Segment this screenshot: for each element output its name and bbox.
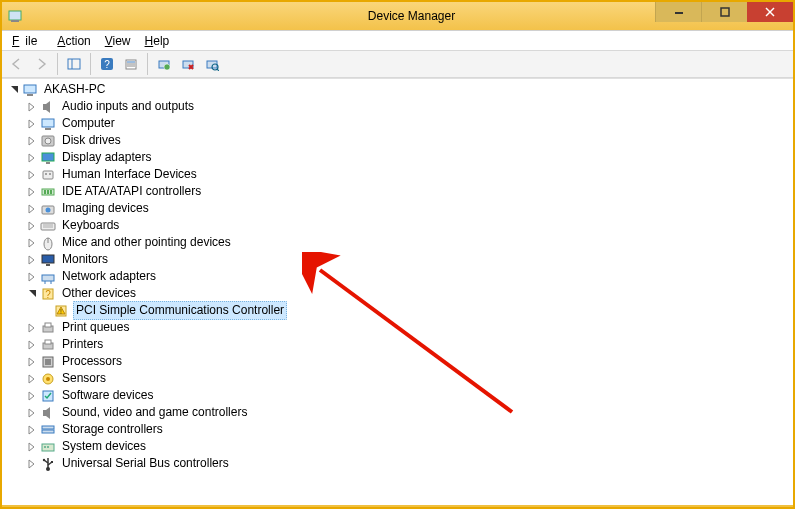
scan-hardware-button[interactable] [201,53,223,75]
tree-category[interactable]: Human Interface Devices [5,166,793,183]
expand-arrow-icon[interactable] [25,185,39,199]
speaker-icon [40,99,56,115]
computer-icon [22,82,38,98]
tree-category-label: Audio inputs and outputs [60,98,196,115]
tree-category-label: Software devices [60,387,155,404]
uninstall-button[interactable] [177,53,199,75]
tree-category[interactable]: Monitors [5,251,793,268]
tree-category-label: System devices [60,438,148,455]
close-button[interactable] [747,2,793,22]
tree-category[interactable]: Printers [5,336,793,353]
tree-category-label: Human Interface Devices [60,166,199,183]
back-button[interactable] [6,53,28,75]
expand-arrow-icon[interactable] [25,219,39,233]
minimize-button[interactable] [655,2,701,22]
svg-rect-6 [68,59,80,69]
warning-icon: ! [53,303,69,319]
svg-rect-0 [9,11,21,20]
svg-rect-45 [42,255,54,263]
svg-point-67 [44,446,46,448]
tree-category[interactable]: Sound, video and game controllers [5,404,793,421]
expand-arrow-icon[interactable] [25,406,39,420]
expand-arrow-icon[interactable] [25,270,39,284]
keyboard-icon [40,218,56,234]
maximize-button[interactable] [701,2,747,22]
tree-category[interactable]: Universal Serial Bus controllers [5,455,793,472]
tree-category[interactable]: Processors [5,353,793,370]
other-icon: ? [40,286,56,302]
svg-point-73 [43,458,45,460]
expand-arrow-icon[interactable] [25,321,39,335]
expand-arrow-icon[interactable] [25,389,39,403]
menu-help[interactable]: Help [139,32,176,50]
svg-rect-25 [42,119,54,127]
app-icon [8,8,24,24]
tree-category[interactable]: Software devices [5,387,793,404]
sensor-icon [40,371,56,387]
help-button[interactable]: ? [96,53,118,75]
toolbar-separator [147,53,148,75]
tree-device[interactable]: !PCI Simple Communications Controller [5,302,793,319]
window-controls [655,2,793,22]
ide-icon [40,184,56,200]
svg-point-61 [46,377,50,381]
tree-category[interactable]: Sensors [5,370,793,387]
tree-category-label: Other devices [60,285,138,302]
tree-category-label: Printers [60,336,105,353]
tree-category-label: Imaging devices [60,200,151,217]
svg-text:!: ! [60,307,62,314]
svg-point-68 [47,446,49,448]
expand-arrow-icon[interactable] [25,117,39,131]
expand-arrow-icon[interactable] [25,355,39,369]
expand-arrow-icon[interactable] [25,134,39,148]
tree-category[interactable]: Display adapters [5,149,793,166]
svg-rect-37 [50,190,52,194]
svg-rect-31 [43,171,53,179]
tree-category[interactable]: Keyboards [5,217,793,234]
tree-category[interactable]: Imaging devices [5,200,793,217]
svg-point-39 [46,207,51,212]
properties-button[interactable] [120,53,142,75]
expand-arrow-icon[interactable] [25,236,39,250]
expand-arrow-icon[interactable] [7,83,21,97]
expand-arrow-icon[interactable] [25,100,39,114]
expand-arrow-icon[interactable] [25,338,39,352]
collapse-arrow-icon[interactable] [25,287,39,301]
tree-category[interactable]: Audio inputs and outputs [5,98,793,115]
expand-arrow-icon[interactable] [25,151,39,165]
menu-file[interactable]: File [6,32,49,50]
tree-category[interactable]: Disk drives [5,132,793,149]
svg-rect-59 [45,359,51,365]
device-tree[interactable]: AKASH-PCAudio inputs and outputsComputer… [2,78,793,505]
menu-view[interactable]: View [99,32,137,50]
show-hide-tree-button[interactable] [63,53,85,75]
svg-rect-74 [51,461,53,463]
expand-arrow-icon[interactable] [25,253,39,267]
network-icon [40,269,56,285]
monitor-icon [40,252,56,268]
tree-category[interactable]: Storage controllers [5,421,793,438]
expand-arrow-icon[interactable] [25,423,39,437]
tree-root[interactable]: AKASH-PC [5,81,793,98]
expand-arrow-icon[interactable] [25,168,39,182]
update-driver-button[interactable] [153,53,175,75]
tree-category[interactable]: IDE ATA/ATAPI controllers [5,183,793,200]
expand-arrow-icon[interactable] [25,440,39,454]
expand-arrow-icon[interactable] [25,457,39,471]
tree-category[interactable]: Print queues [5,319,793,336]
tree-category[interactable]: Mice and other pointing devices [5,234,793,251]
svg-rect-63 [43,410,46,416]
forward-button[interactable] [30,53,52,75]
tree-category[interactable]: ?Other devices [5,285,793,302]
menu-bar: File Action View Help [2,30,793,50]
tree-category[interactable]: Computer [5,115,793,132]
toolbar-separator [57,53,58,75]
tree-category[interactable]: Network adapters [5,268,793,285]
hid-icon [40,167,56,183]
menu-action[interactable]: Action [51,32,96,50]
tree-category[interactable]: System devices [5,438,793,455]
tree-category-label: Storage controllers [60,421,165,438]
expand-arrow-icon[interactable] [25,372,39,386]
expand-arrow-icon[interactable] [25,202,39,216]
svg-rect-2 [675,12,683,14]
